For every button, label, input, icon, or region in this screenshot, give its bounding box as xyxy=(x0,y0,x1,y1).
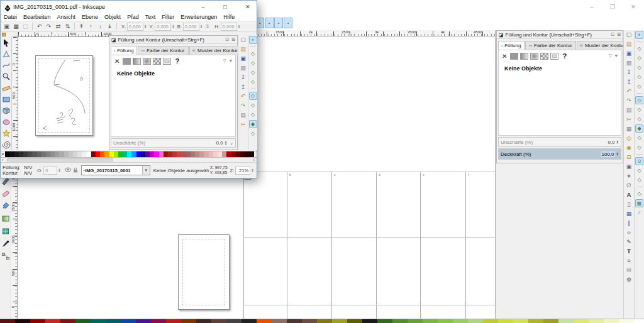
fill-stroke-button[interactable]: ✎ xyxy=(625,238,633,247)
restore-button[interactable]: ❐ xyxy=(606,2,619,12)
snap-toggle-toggle[interactable]: ⌖ xyxy=(635,31,643,39)
bg-dialog-titlebar[interactable]: ◪ Füllung und Kontur (Umschalt+Strg+F) ⊡… xyxy=(497,31,623,39)
palette-swatch[interactable] xyxy=(240,151,245,157)
palette-swatch[interactable] xyxy=(145,151,150,157)
guide-lock-icon[interactable] xyxy=(2,33,6,36)
duplicate-button[interactable]: ▣ xyxy=(625,162,633,172)
palette-swatch[interactable] xyxy=(73,151,77,157)
zoom-page-button[interactable]: ⊡ xyxy=(625,153,633,162)
tool-star[interactable] xyxy=(1,128,12,139)
palette-swatch[interactable] xyxy=(127,151,131,157)
palette-swatch[interactable] xyxy=(32,151,36,157)
menu-item-pfad[interactable]: Pfad xyxy=(124,13,142,21)
palette-swatch[interactable] xyxy=(574,319,589,323)
palette-swatch[interactable] xyxy=(64,151,69,157)
palette-swatch[interactable] xyxy=(408,319,423,323)
import-button[interactable]: ↧ xyxy=(625,68,633,77)
snap-text-baseline-toggle[interactable]: ◇ xyxy=(635,176,643,184)
bg-opacity-row[interactable]: Deckkraft (%) 100,0 ▲▼ xyxy=(498,148,621,160)
undo-button[interactable]: ↶ xyxy=(239,92,248,101)
palette-swatch[interactable] xyxy=(347,319,362,323)
paste-button[interactable]: ▦ xyxy=(625,124,633,134)
palette-scrollbar[interactable]: ‹ › xyxy=(1,158,257,162)
palette-swatch[interactable] xyxy=(82,151,86,157)
no-paint-button[interactable]: ✕ xyxy=(502,53,507,60)
palette-swatch[interactable] xyxy=(226,319,242,323)
palette-swatch[interactable] xyxy=(619,319,634,323)
dialog-close-icon[interactable]: ⊠ xyxy=(617,32,621,37)
palette-swatch[interactable] xyxy=(287,319,302,323)
save-button[interactable]: ▣ xyxy=(239,54,248,63)
palette-swatch[interactable] xyxy=(513,319,528,323)
palette-swatch[interactable] xyxy=(195,151,199,157)
snap-grids-toggle[interactable]: ▦ xyxy=(635,199,643,207)
no-paint-button[interactable]: ✕ xyxy=(114,58,119,65)
zoom-selection-button[interactable]: ◎ xyxy=(625,134,633,143)
swatch-button[interactable] xyxy=(163,58,171,65)
opacity-value[interactable]: 100,0 xyxy=(601,151,615,157)
palette-swatch[interactable] xyxy=(222,151,226,157)
palette-swatch[interactable] xyxy=(302,319,317,323)
radial-gradient-button[interactable] xyxy=(143,58,151,65)
palette-swatch[interactable] xyxy=(226,151,231,157)
maximize-button[interactable]: □ xyxy=(218,2,232,12)
palette-swatch[interactable] xyxy=(166,319,181,323)
palette-swatch[interactable] xyxy=(114,151,118,157)
palette-swatch[interactable] xyxy=(42,151,46,157)
select-all-icon[interactable]: ▣ xyxy=(3,23,11,31)
palette-swatch[interactable] xyxy=(483,319,498,323)
grid-toggle-button[interactable]: ▦ xyxy=(625,209,633,219)
open-button[interactable]: ▤ xyxy=(625,40,633,49)
x-position-field[interactable]: 0,000 xyxy=(127,23,143,31)
palette-swatch[interactable] xyxy=(123,151,127,157)
snap-nodes-toggle[interactable]: ◇ xyxy=(635,96,643,104)
unlink-clone-button[interactable]: ∅ xyxy=(625,181,633,190)
snap-cusp-nodes-toggle[interactable]: ◆ xyxy=(249,120,257,128)
palette-swatch[interactable] xyxy=(118,151,123,157)
palette-swatch[interactable] xyxy=(37,151,42,157)
tool-measure[interactable] xyxy=(1,82,12,94)
snap-bbox-corners-toggle[interactable]: ◇ xyxy=(635,63,643,72)
menu-item-ebene[interactable]: Ebene xyxy=(79,13,101,21)
palette-swatch[interactable] xyxy=(209,151,213,157)
sw-titlebar[interactable]: IMG_20170315_0001.pdf - Inkscape – □ ✕ xyxy=(1,1,257,13)
palette-swatch[interactable] xyxy=(377,319,392,323)
palette-swatch[interactable] xyxy=(211,319,226,323)
snap-bbox-edges-toggle[interactable]: ◇ xyxy=(635,54,643,62)
snap-paths-toggle[interactable]: ◇ xyxy=(249,101,257,109)
palette-swatch[interactable] xyxy=(181,319,196,323)
blur-value[interactable]: 0,0 xyxy=(608,140,614,145)
pattern-button[interactable] xyxy=(540,53,548,60)
snap-page-border-toggle[interactable]: ◇ xyxy=(635,190,643,198)
palette-swatch[interactable] xyxy=(154,151,158,157)
palette-scroll-right-icon[interactable]: › xyxy=(253,158,255,162)
palette-swatch[interactable] xyxy=(141,151,145,157)
snap-bbox-corners-toggle[interactable]: ◇ xyxy=(249,68,257,77)
blur-spinner[interactable]: ▲▼ xyxy=(225,141,227,145)
palette-swatch[interactable] xyxy=(204,151,208,157)
rotate-cw-icon[interactable]: ↷ xyxy=(45,23,53,31)
palette-swatch[interactable] xyxy=(199,151,204,157)
tool-tweak[interactable] xyxy=(1,60,12,71)
sw-blur-row[interactable]: Unschärfe (%) 0,0 ▲▼ ⌄ xyxy=(111,138,236,148)
layer-visibility-icon[interactable] xyxy=(65,167,71,173)
sw-horizontal-ruler[interactable]: 05001000 xyxy=(18,32,109,37)
snap-object-centers-toggle[interactable]: ⊙ xyxy=(635,157,643,165)
close-button[interactable]: ✕ xyxy=(626,2,640,12)
snap-smooth-nodes-toggle[interactable]: ◇ xyxy=(635,134,643,142)
snap-paths-toggle[interactable]: ◇ xyxy=(635,106,643,114)
cut-button[interactable]: ✂ xyxy=(239,120,248,129)
rotate-ccw-icon[interactable]: ↶ xyxy=(35,23,43,31)
dialog-close-icon[interactable]: ⊠ xyxy=(231,37,235,42)
snap-intersections-toggle[interactable]: ◇ xyxy=(249,111,257,119)
palette-swatch[interactable] xyxy=(272,319,287,323)
dock-button[interactable]: ⊡ xyxy=(225,37,229,42)
move-patterns-toggle[interactable]: ▪ xyxy=(265,18,274,28)
layer-lock-icon[interactable] xyxy=(73,167,78,174)
snap-cusp-nodes-toggle[interactable]: ◆ xyxy=(635,124,643,133)
flat-color-button[interactable] xyxy=(510,53,518,60)
menu-item-bearbeiten[interactable]: Bearbeiten xyxy=(20,13,54,21)
import-button[interactable]: ↧ xyxy=(239,73,248,82)
fill-rule-nonzero-icon[interactable]: ♥ xyxy=(230,58,232,63)
tab-muster-der-kontur[interactable]: ☰Muster der Kontur xyxy=(577,41,629,50)
